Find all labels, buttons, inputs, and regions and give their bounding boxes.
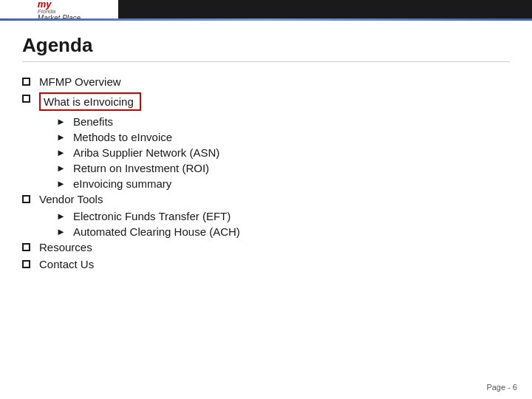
highlight-box: What is eInvoicing xyxy=(39,92,141,111)
sub-item-summary: ► eInvoicing summary xyxy=(22,177,510,190)
sub-item-ach: ► Automated Clearing House (ACH) xyxy=(22,225,510,238)
sub-item-label-eft: Electronic Funds Transfer (EFT) xyxy=(73,210,231,222)
sub-item-label-ach: Automated Clearing House (ACH) xyxy=(73,225,240,238)
bullet-square-mfmp xyxy=(22,78,30,86)
agenda-item-label-contact: Contact Us xyxy=(39,258,94,270)
arrow-icon-ach: ► xyxy=(56,226,66,237)
agenda-item-label-resources: Resources xyxy=(39,241,92,253)
sub-item-roi: ► Return on Investment (ROI) xyxy=(22,162,510,174)
sub-item-methods: ► Methods to eInvoice xyxy=(22,131,510,143)
logo-my-text: my xyxy=(38,0,52,9)
einvoicing-sub-list: ► Benefits ► Methods to eInvoice ► Ariba… xyxy=(22,115,510,190)
arrow-icon-methods: ► xyxy=(56,132,66,143)
bullet-square-vendor xyxy=(22,195,30,203)
sub-item-asn: ► Ariba Supplier Network (ASN) xyxy=(22,146,510,159)
sub-item-label-asn: Ariba Supplier Network (ASN) xyxy=(73,146,219,159)
bullet-square-contact xyxy=(22,260,30,268)
sub-item-label-benefits: Benefits xyxy=(73,115,113,128)
bullet-square-resources xyxy=(22,243,30,251)
arrow-icon-benefits: ► xyxy=(56,116,66,127)
agenda-item-label-mfmp: MFMP Overview xyxy=(39,75,121,88)
sub-item-eft: ► Electronic Funds Transfer (EFT) xyxy=(22,210,510,222)
agenda-item-label-vendor: Vendor Tools xyxy=(39,193,103,205)
agenda-item-einvoicing: What is eInvoicing xyxy=(22,92,510,111)
arrow-icon-summary: ► xyxy=(56,178,66,189)
agenda-item-vendor-tools: Vendor Tools xyxy=(22,193,510,205)
vendor-sub-list: ► Electronic Funds Transfer (EFT) ► Auto… xyxy=(22,210,510,238)
agenda-item-contact-us: Contact Us xyxy=(22,258,510,270)
main-content: Agenda MFMP Overview What is eInvoicing … xyxy=(0,21,532,282)
arrow-icon-roi: ► xyxy=(56,163,66,174)
bullet-square-einvoicing xyxy=(22,95,30,103)
arrow-icon-eft: ► xyxy=(56,211,66,222)
page-title: Agenda xyxy=(22,34,510,62)
agenda-item-resources: Resources xyxy=(22,241,510,253)
page-footer: Page - 6 xyxy=(486,383,517,392)
sub-item-label-roi: Return on Investment (ROI) xyxy=(73,162,209,174)
logo-area: my Florida Market Place xyxy=(0,0,118,21)
sub-item-label-methods: Methods to eInvoice xyxy=(73,131,172,143)
arrow-icon-asn: ► xyxy=(56,147,66,158)
header-bar: my Florida Market Place xyxy=(0,0,532,21)
agenda-item-mfmp-overview: MFMP Overview xyxy=(22,75,510,88)
agenda-list: MFMP Overview What is eInvoicing ► Benef… xyxy=(22,75,510,270)
agenda-item-label-einvoicing: What is eInvoicing xyxy=(44,95,134,108)
sub-item-benefits: ► Benefits xyxy=(22,115,510,128)
sub-item-label-summary: eInvoicing summary xyxy=(73,177,171,190)
